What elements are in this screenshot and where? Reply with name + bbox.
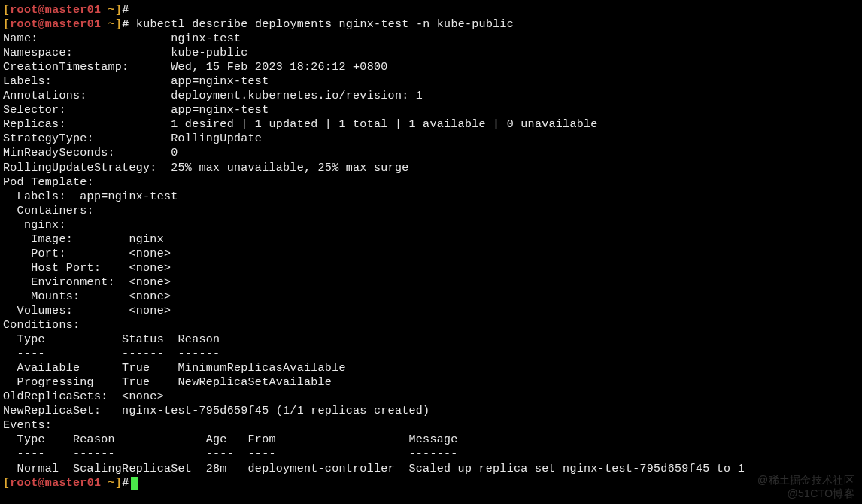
output-conditions-divider: ---- ------ ------ bbox=[3, 347, 859, 361]
output-volumes: Volumes: <none> bbox=[3, 304, 859, 318]
prompt-line-empty: [root@master01 ~]# bbox=[3, 3, 859, 17]
command-text: kubectl describe deployments nginx-test … bbox=[136, 18, 514, 31]
watermark-line1: @稀土掘金技术社区 bbox=[757, 473, 854, 487]
output-labels: Labels: app=nginx-test bbox=[3, 74, 859, 89]
output-events: Events: bbox=[3, 418, 859, 433]
output-creation-timestamp: CreationTimestamp: Wed, 15 Feb 2023 18:2… bbox=[3, 60, 859, 74]
output-min-ready-seconds: MinReadySeconds: 0 bbox=[3, 146, 859, 160]
output-old-replica-sets: OldReplicaSets: <none> bbox=[3, 390, 859, 404]
output-name: Name: nginx-test bbox=[3, 32, 859, 46]
output-strategy-type: StrategyType: RollingUpdate bbox=[3, 132, 859, 146]
output-port: Port: <none> bbox=[3, 247, 859, 261]
output-conditions: Conditions: bbox=[3, 318, 859, 332]
prompt-host: master01 bbox=[45, 4, 101, 17]
bracket-close: ] bbox=[115, 4, 122, 17]
watermark: @稀土掘金技术社区 @51CTO博客 bbox=[757, 473, 854, 500]
output-pod-labels: Labels: app=nginx-test bbox=[3, 190, 859, 204]
output-image: Image: nginx bbox=[3, 232, 859, 247]
output-rolling-update-strategy: RollingUpdateStrategy: 25% max unavailab… bbox=[3, 161, 859, 175]
output-environment: Environment: <none> bbox=[3, 275, 859, 290]
output-mounts: Mounts: <none> bbox=[3, 290, 859, 304]
prompt-line-active[interactable]: [root@master01 ~]# bbox=[3, 476, 859, 490]
output-container-nginx: nginx: bbox=[3, 218, 859, 232]
output-selector: Selector: app=nginx-test bbox=[3, 103, 859, 117]
cursor bbox=[131, 477, 138, 490]
prompt-user: root bbox=[10, 4, 38, 17]
output-namespace: Namespace: kube-public bbox=[3, 46, 859, 60]
watermark-line2: @51CTO博客 bbox=[757, 487, 854, 500]
output-host-port: Host Port: <none> bbox=[3, 261, 859, 275]
output-pod-template: Pod Template: bbox=[3, 175, 859, 190]
output-annotations: Annotations: deployment.kubernetes.io/re… bbox=[3, 89, 859, 103]
output-conditions-header: Type Status Reason bbox=[3, 332, 859, 347]
output-replicas: Replicas: 1 desired | 1 updated | 1 tota… bbox=[3, 117, 859, 132]
prompt-path: ~ bbox=[108, 4, 115, 17]
output-events-divider: ---- ------ ---- ---- ------- bbox=[3, 447, 859, 461]
bracket-open: [ bbox=[3, 4, 10, 17]
output-condition-available: Available True MinimumReplicasAvailable bbox=[3, 361, 859, 375]
output-new-replica-set: NewReplicaSet: nginx-test-795d659f45 (1/… bbox=[3, 404, 859, 418]
output-event-scaling: Normal ScalingReplicaSet 28m deployment-… bbox=[3, 462, 859, 476]
terminal[interactable]: [root@master01 ~]# [root@master01 ~]# ku… bbox=[3, 3, 859, 490]
output-containers: Containers: bbox=[3, 204, 859, 218]
prompt-hash: # bbox=[122, 4, 129, 17]
prompt-at: @ bbox=[38, 4, 45, 17]
output-condition-progressing: Progressing True NewReplicaSetAvailable bbox=[3, 375, 859, 390]
output-events-header: Type Reason Age From Message bbox=[3, 433, 859, 447]
command-line: [root@master01 ~]# kubectl describe depl… bbox=[3, 17, 859, 32]
